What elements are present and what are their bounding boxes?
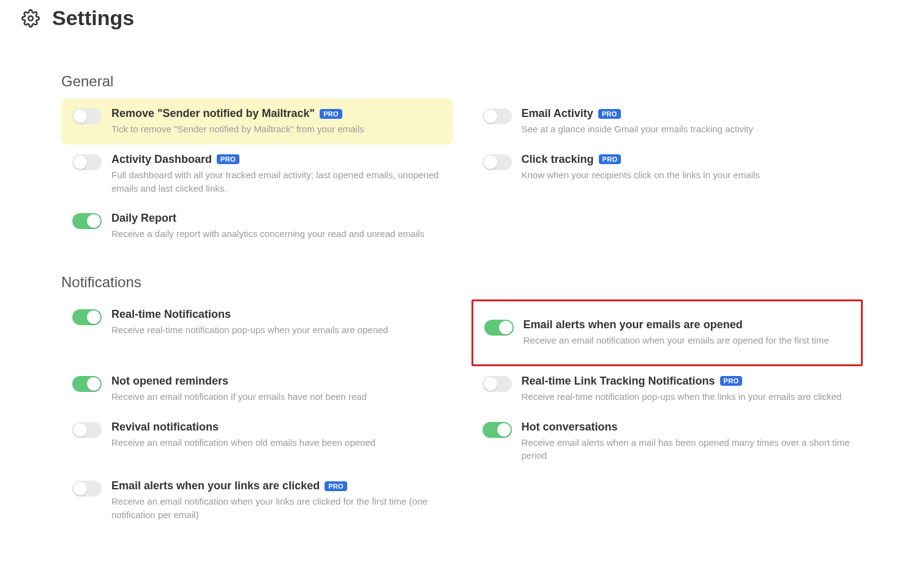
setting-label: Email alerts when your links are clicked [111,479,320,492]
section-title-notifications: Notifications [61,274,863,291]
toggle-activity-dashboard[interactable] [72,154,102,170]
page-title: Settings [52,6,134,30]
toggle-email-alerts-opened[interactable] [484,320,514,336]
setting-desc: Receive an email notification when your … [524,334,851,347]
setting-desc: Know when your recipients click on the l… [522,168,852,182]
setting-label: Email Activity [522,107,593,120]
setting-label: Remove "Sender notified by Mailtrack" [111,107,315,120]
toggle-revival-notifications[interactable] [72,422,102,438]
svg-point-0 [28,16,33,21]
toggle-daily-report[interactable] [72,213,102,229]
setting-desc: Full dashboard with all your tracked ema… [111,168,442,195]
section-title-general: General [61,73,863,90]
setting-email-alerts-links-clicked: Email alerts when your links are clicked… [61,471,453,530]
toggle-realtime-link-tracking[interactable] [483,376,512,392]
toggle-remove-sender-notified[interactable] [72,108,102,124]
pro-badge: PRO [720,376,743,386]
setting-desc: Receive real-time notification pop-ups w… [111,323,442,337]
setting-realtime-notifications: Real-time Notifications Receive real-tim… [61,299,453,345]
notifications-grid: Real-time Notifications Receive real-tim… [61,299,863,530]
toggle-not-opened-reminders[interactable] [72,376,102,392]
page-header: Settings [0,0,924,42]
setting-desc: Receive an email notification when old e… [111,436,442,449]
setting-label: Not opened reminders [111,375,228,388]
setting-hot-conversations: Hot conversations Receive email alerts w… [471,412,863,472]
setting-desc: Receive an email notification when your … [111,495,442,522]
setting-desc: Tick to remove "Sender notified by Mailt… [111,122,442,136]
setting-desc: See at a glance inside Gmail your emails… [522,122,852,136]
setting-activity-dashboard: Activity Dashboard PRO Full dashboard wi… [61,145,453,204]
setting-desc: Receive real-time notification pop-ups w… [522,390,852,404]
pro-badge: PRO [320,109,342,119]
gear-icon [21,9,40,28]
settings-content: General Remove "Sender notified by Mailt… [0,42,924,555]
toggle-hot-conversations[interactable] [483,422,512,438]
pro-badge: PRO [599,154,622,164]
setting-realtime-link-tracking: Real-time Link Tracking Notifications PR… [471,366,863,412]
setting-label: Email alerts when your emails are opened [524,318,743,331]
setting-desc: Receive a daily report with analytics co… [111,227,442,241]
setting-label: Revival notifications [111,421,219,434]
pro-badge: PRO [598,109,621,119]
pro-badge: PRO [325,481,347,491]
toggle-realtime-notifications[interactable] [72,309,102,325]
setting-revival-notifications: Revival notifications Receive an email n… [61,412,453,458]
toggle-click-tracking[interactable] [483,154,512,170]
setting-remove-sender-notified: Remove "Sender notified by Mailtrack" PR… [61,99,453,145]
setting-label: Real-time Link Tracking Notifications [522,375,715,388]
setting-desc: Receive email alerts when a mail has bee… [522,436,852,463]
toggle-email-alerts-links-clicked[interactable] [72,481,102,497]
toggle-email-activity[interactable] [483,108,512,124]
setting-email-activity: Email Activity PRO See at a glance insid… [471,99,863,145]
setting-label: Hot conversations [522,421,618,434]
setting-label: Click tracking [522,153,594,166]
pro-badge: PRO [217,154,239,164]
general-grid: Remove "Sender notified by Mailtrack" PR… [61,99,863,249]
setting-click-tracking: Click tracking PRO Know when your recipi… [471,145,863,190]
setting-daily-report: Daily Report Receive a daily report with… [61,203,453,249]
setting-not-opened-reminders: Not opened reminders Receive an email no… [61,366,453,412]
setting-email-alerts-opened: Email alerts when your emails are opened… [471,299,863,366]
setting-desc: Receive an email notification if your em… [111,390,442,404]
setting-label: Daily Report [111,212,176,225]
setting-label: Real-time Notifications [111,308,231,321]
setting-label: Activity Dashboard [111,153,212,166]
